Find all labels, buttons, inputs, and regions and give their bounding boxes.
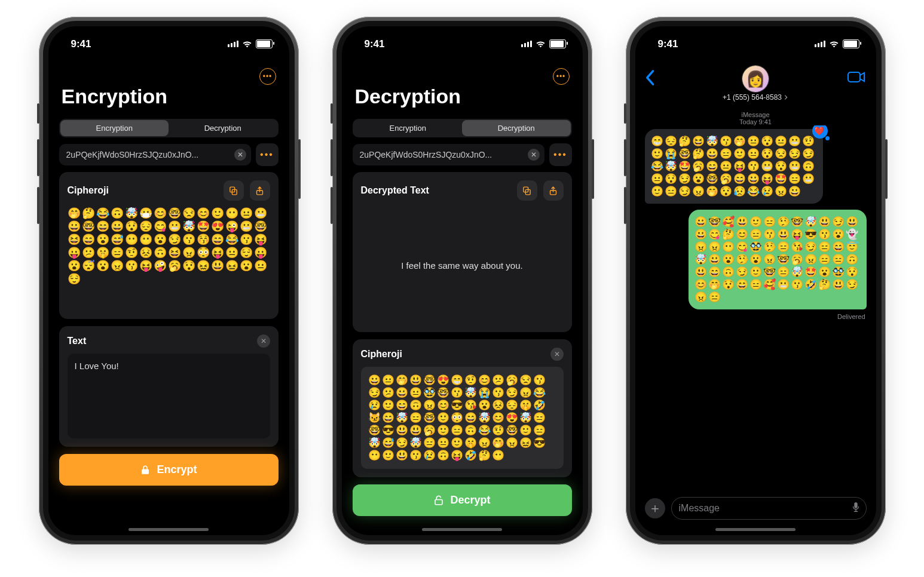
clear-text-button[interactable]: ✕ bbox=[257, 334, 270, 348]
home-indicator[interactable] bbox=[422, 528, 502, 531]
thread-meta: iMessage Today 9:41 bbox=[635, 111, 876, 125]
tab-encryption[interactable]: Encryption bbox=[60, 120, 169, 136]
back-button[interactable] bbox=[644, 69, 656, 88]
incoming-message[interactable]: 😁😔🤔😆🤯😗🤭😐😯😐😬🤨🙂😭🤓🤔😀😑🙂😐😯😒😏😏😂🤯🤩🥱😄😐😝😗😬😯😬🙃😐😯😏😮… bbox=[645, 129, 823, 204]
more-menu-button[interactable]: ••• bbox=[259, 68, 276, 85]
more-menu-button[interactable]: ••• bbox=[553, 68, 570, 85]
outgoing-message[interactable]: 😀🤓🥰😃🙂😑🤥🤓🤯😃😏😃😀😋🤔😊😑😗😃😝😎😗😮👻😠😠😶😋🥸🤥😑😘😏😑😄😇🤯😀😮🤥… bbox=[689, 210, 867, 309]
text-input-card: Text ✕ I Love You! bbox=[59, 326, 279, 447]
cipher-label: Cipheroji bbox=[361, 349, 402, 360]
svg-rect-6 bbox=[848, 72, 860, 82]
cipher-emoji-output: 🤭🤔😂🙃🤯😷😊🤓😒😊🙂😶😐😬😀🤓😄😀😯😔😋😬🤯🤩😍😜😬🤓😆😄😮😅😶😶😮😏😗😚😄😂… bbox=[68, 207, 270, 286]
cipher-emoji-input[interactable]: 😀😐🤭😃🤓😍😁🤨😊😕🥱😒😗😏😕😀😐🥸🤓😗🤯😭😗😏😠😂😢🙂😄🙃😠😊😎😘😮😣😔🤫🤣😼… bbox=[361, 367, 564, 469]
device-decryption: 9:41 ••• Decryption Encryption Decryptio… bbox=[332, 17, 592, 545]
decrypted-output-card: Decrypted Text I feel the same way about… bbox=[353, 172, 572, 332]
page-title: Decryption bbox=[342, 59, 583, 115]
svg-rect-7 bbox=[854, 502, 857, 508]
message-thread[interactable]: 😁😔🤔😆🤯😗🤭😐😯😐😬🤨🙂😭🤓🤔😀😑🙂😐😯😒😏😏😂🤯🤩🥱😄😐😝😗😬😯😬🙃😐😯😏😮… bbox=[635, 125, 876, 491]
key-field[interactable]: 2uPQeKjfWdoS0HrzSJQzu0xJnO... ✕ bbox=[59, 144, 251, 165]
contact-header[interactable]: +1 (555) 564-8583 bbox=[644, 62, 868, 102]
cipher-label: Cipheroji bbox=[68, 185, 109, 196]
attach-button[interactable]: ＋ bbox=[645, 498, 665, 518]
battery-icon bbox=[256, 39, 273, 48]
wifi-icon bbox=[242, 41, 252, 48]
dynamic-island bbox=[131, 33, 206, 55]
facetime-button[interactable] bbox=[847, 70, 865, 86]
share-button[interactable] bbox=[250, 180, 270, 201]
page-title: Encryption bbox=[48, 59, 289, 115]
decrypt-button-label: Decrypt bbox=[450, 494, 490, 507]
clear-cipher-button[interactable]: ✕ bbox=[550, 348, 564, 361]
home-indicator[interactable] bbox=[128, 528, 209, 531]
wifi-icon bbox=[536, 41, 546, 48]
mode-segmented-control[interactable]: Encryption Decryption bbox=[59, 119, 279, 137]
copy-button[interactable] bbox=[517, 180, 537, 201]
cellular-icon bbox=[521, 41, 532, 47]
lock-open-icon bbox=[433, 495, 444, 506]
dynamic-island bbox=[718, 33, 793, 55]
encrypt-button[interactable]: Encrypt bbox=[59, 454, 279, 486]
encrypt-button-label: Encrypt bbox=[157, 464, 197, 476]
key-field[interactable]: 2uPQeKjfWdoS0HrzSJQzu0xJnO... ✕ bbox=[353, 144, 544, 165]
cellular-icon bbox=[228, 41, 238, 47]
tab-decryption[interactable]: Decryption bbox=[169, 120, 277, 136]
text-input[interactable]: I Love You! bbox=[68, 354, 270, 438]
clear-key-button[interactable]: ✕ bbox=[528, 149, 540, 161]
contact-number: +1 (555) 564-8583 bbox=[723, 93, 782, 102]
battery-icon bbox=[843, 39, 859, 48]
cipher-input-card: Cipheroji ✕ 😀😐🤭😃🤓😍😁🤨😊😕🥱😒😗😏😕😀😐🥸🤓😗🤯😭😗😏😠😂😢🙂… bbox=[353, 339, 572, 477]
dictation-icon[interactable] bbox=[852, 502, 860, 515]
dynamic-island bbox=[424, 33, 500, 55]
lock-closed-icon bbox=[140, 465, 151, 475]
home-indicator[interactable] bbox=[715, 528, 796, 531]
decrypted-label: Decrypted Text bbox=[361, 185, 429, 196]
tab-encryption[interactable]: Encryption bbox=[354, 120, 463, 136]
copy-button[interactable] bbox=[224, 180, 244, 201]
cellular-icon bbox=[815, 41, 825, 47]
status-time: 9:41 bbox=[658, 38, 678, 50]
status-time: 9:41 bbox=[365, 38, 385, 50]
battery-icon bbox=[549, 39, 566, 48]
cipher-output-card: Cipheroji 🤭🤔😂🙃🤯😷😊🤓😒😊🙂😶😐😬😀🤓😄😀😯😔😋😬🤯🤩😍😜😬🤓😆😄… bbox=[59, 172, 279, 319]
delivered-label: Delivered bbox=[837, 313, 866, 320]
device-messages: 9:41 +1 (555) 564-8583 bbox=[626, 17, 886, 545]
share-button[interactable] bbox=[543, 180, 564, 201]
decrypted-text-output: I feel the same way about you. bbox=[361, 207, 564, 324]
tapback-heart[interactable]: ❤️ bbox=[812, 125, 828, 139]
key-options-button[interactable]: ••• bbox=[256, 143, 279, 166]
chevron-right-icon bbox=[784, 94, 788, 100]
message-placeholder: iMessage bbox=[679, 503, 720, 514]
key-value: 2uPQeKjfWdoS0HrzSJQzu0xJnO... bbox=[66, 150, 199, 159]
text-label: Text bbox=[68, 336, 87, 346]
key-value: 2uPQeKjfWdoS0HrzSJQzu0xJnO... bbox=[360, 150, 492, 159]
tab-decryption[interactable]: Decryption bbox=[462, 120, 571, 136]
wifi-icon bbox=[829, 41, 839, 48]
key-options-button[interactable]: ••• bbox=[549, 143, 572, 166]
clear-key-button[interactable]: ✕ bbox=[234, 149, 246, 161]
decrypt-button[interactable]: Decrypt bbox=[353, 484, 572, 516]
status-time: 9:41 bbox=[71, 38, 91, 50]
mode-segmented-control[interactable]: Encryption Decryption bbox=[353, 119, 572, 137]
messages-header: +1 (555) 564-8583 bbox=[635, 59, 876, 105]
message-input[interactable]: iMessage bbox=[671, 497, 867, 520]
avatar bbox=[742, 66, 769, 92]
device-encryption: 9:41 ••• Encryption Encryption Decryptio… bbox=[39, 17, 299, 545]
